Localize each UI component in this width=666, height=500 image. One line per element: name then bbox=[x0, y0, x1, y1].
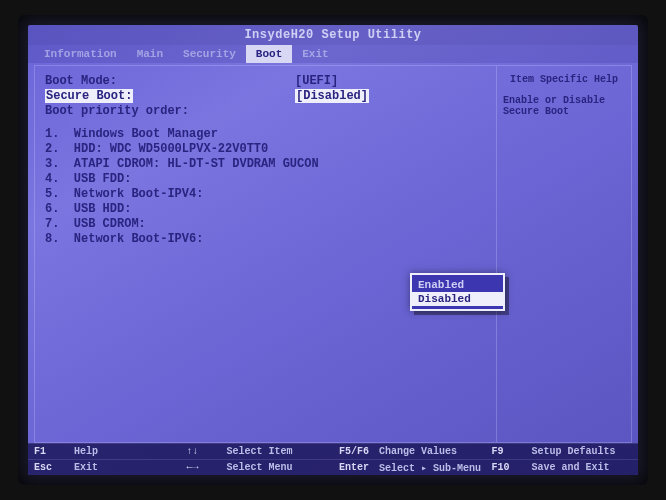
boot-mode-label: Boot Mode: bbox=[45, 74, 295, 89]
popup-option-disabled[interactable]: Disabled bbox=[412, 292, 503, 306]
secure-boot-popup: Enabled Disabled bbox=[410, 273, 505, 311]
footer-select-item: ↑↓Select Item bbox=[181, 443, 334, 459]
boot-mode-row[interactable]: Boot Mode: [UEFI] bbox=[45, 74, 486, 89]
help-title: Item Specific Help bbox=[503, 74, 625, 85]
secure-boot-label: Secure Boot: bbox=[45, 89, 133, 103]
boot-mode-value: [UEFI] bbox=[295, 74, 486, 89]
tab-bar: Information Main Security Boot Exit bbox=[28, 45, 638, 63]
boot-priority-list: 1. Windows Boot Manager 2. HDD: WDC WD50… bbox=[45, 127, 486, 247]
footer-change-values: F5/F6Change Values bbox=[333, 443, 486, 459]
list-item[interactable]: 1. Windows Boot Manager bbox=[45, 127, 486, 142]
list-item[interactable]: 3. ATAPI CDROM: HL-DT-ST DVDRAM GUCON bbox=[45, 157, 486, 172]
priority-header: Boot priority order: bbox=[45, 104, 486, 119]
footer-setup-defaults: F9Setup Defaults bbox=[486, 443, 639, 459]
app-title: InsydeH20 Setup Utility bbox=[244, 28, 421, 42]
tab-security[interactable]: Security bbox=[173, 45, 246, 63]
secure-boot-row[interactable]: Secure Boot: [Disabled] bbox=[45, 89, 486, 104]
settings-pane: Boot Mode: [UEFI] Secure Boot: [Disabled… bbox=[34, 65, 497, 443]
help-pane: Item Specific Help Enable or Disable Sec… bbox=[497, 65, 632, 443]
list-item[interactable]: 8. Network Boot-IPV6: bbox=[45, 232, 486, 247]
list-item[interactable]: 6. USB HDD: bbox=[45, 202, 486, 217]
content-area: Boot Mode: [UEFI] Secure Boot: [Disabled… bbox=[34, 65, 632, 443]
help-body: Enable or Disable Secure Boot bbox=[503, 95, 625, 117]
list-item[interactable]: 4. USB FDD: bbox=[45, 172, 486, 187]
tab-main[interactable]: Main bbox=[127, 45, 173, 63]
footer-enter-submenu: EnterSelect ▸ Sub-Menu bbox=[333, 459, 486, 475]
list-item[interactable]: 2. HDD: WDC WD5000LPVX-22V0TT0 bbox=[45, 142, 486, 157]
footer-help: F1Help bbox=[28, 443, 181, 459]
footer-save-exit: F10Save and Exit bbox=[486, 459, 639, 475]
tab-information[interactable]: Information bbox=[34, 45, 127, 63]
bios-screen: InsydeH20 Setup Utility Information Main… bbox=[28, 25, 638, 475]
title-bar: InsydeH20 Setup Utility bbox=[28, 25, 638, 45]
list-item[interactable]: 7. USB CDROM: bbox=[45, 217, 486, 232]
footer-exit: EscExit bbox=[28, 459, 181, 475]
footer-select-menu: ←→Select Menu bbox=[181, 459, 334, 475]
popup-option-enabled[interactable]: Enabled bbox=[412, 278, 503, 292]
priority-label: Boot priority order: bbox=[45, 104, 486, 119]
footer-bar: F1Help ↑↓Select Item F5/F6Change Values … bbox=[28, 443, 638, 475]
tab-exit[interactable]: Exit bbox=[292, 45, 338, 63]
secure-boot-value: [Disabled] bbox=[295, 89, 369, 103]
list-item[interactable]: 5. Network Boot-IPV4: bbox=[45, 187, 486, 202]
tab-boot[interactable]: Boot bbox=[246, 45, 292, 63]
